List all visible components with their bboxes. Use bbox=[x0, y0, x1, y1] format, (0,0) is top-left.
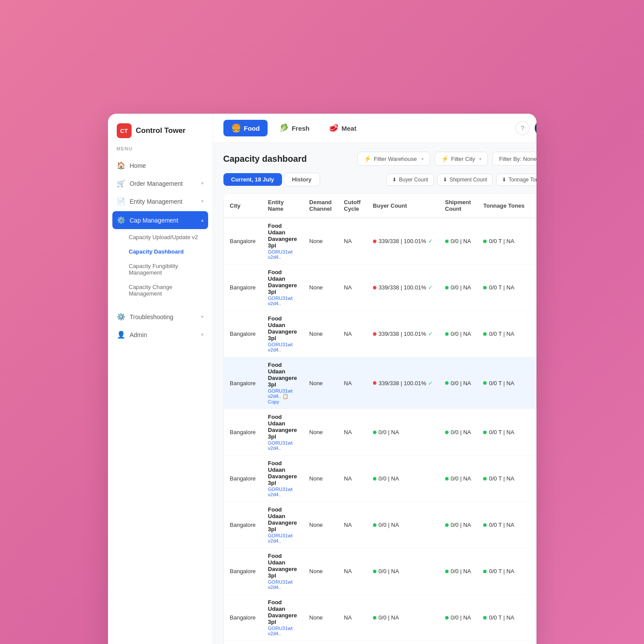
export-shipment-label: Shipment Count bbox=[449, 177, 487, 183]
dashboard-area: Capacity dashboard ⚡ Filter Warehouse ▾ … bbox=[213, 143, 536, 644]
table-row: Bangalore Food Udaan Davangere 3pl GORU3… bbox=[224, 218, 536, 265]
check-icon: ✓ bbox=[428, 380, 433, 386]
filter-controls: ⚡ Filter Warehouse ▾ ⚡ Filter City ▾ Fil… bbox=[357, 152, 536, 166]
table-header-row: City Entity Name Demand Channel Cutoff C… bbox=[224, 194, 536, 218]
cell-entity-name: Food Udaan Davangere 3pl GORU31wt v2d4.. bbox=[262, 218, 303, 265]
tab-fresh[interactable]: 🥬 Fresh bbox=[271, 120, 317, 136]
buyer-count-value: 339/338 | 100.01% bbox=[379, 284, 426, 291]
tonnage-value: 0/0 T | NA bbox=[489, 380, 514, 386]
export-shipment-count[interactable]: ⬇ Shipment Count bbox=[437, 174, 493, 186]
main-nav: 🏠 Home 🛒 Order Management ▾ 📄 Entity Man… bbox=[108, 157, 212, 301]
tonnage-status-dot bbox=[483, 477, 487, 480]
copy-button[interactable]: 📋Copy bbox=[268, 393, 289, 404]
export-tonnage-tones[interactable]: ⬇ Tonnage Tones bbox=[496, 174, 536, 186]
cell-tonnage: 0/0 T | NA bbox=[477, 595, 536, 641]
tonnage-value: 0/0 T | NA bbox=[489, 614, 514, 621]
tonnage-value: 0/0 T | NA bbox=[489, 522, 514, 528]
cap-icon: ⚙️ bbox=[117, 216, 125, 224]
cell-demand-channel: None bbox=[303, 456, 338, 502]
cell-tonnage: 0/0 T | NA bbox=[477, 357, 536, 409]
col-entity-name: Entity Name bbox=[262, 194, 303, 218]
help-button[interactable]: ? bbox=[515, 121, 529, 135]
sidebar-item-troubleshooting[interactable]: ⚙️ Troubleshooting ▾ bbox=[108, 308, 212, 326]
dashboard-title: Capacity dashboard bbox=[223, 154, 307, 164]
tonnage-value: 0/0 T | NA bbox=[489, 429, 514, 435]
chevron-up-icon: ▴ bbox=[201, 217, 204, 223]
chevron-down-icon: ▾ bbox=[201, 198, 204, 204]
user-avatar[interactable]: AT bbox=[535, 121, 536, 136]
export-buyer-label: Buyer Count bbox=[399, 177, 428, 183]
cell-city: Bangalore bbox=[224, 595, 262, 641]
tonnage-value: 0/0 T | NA bbox=[489, 331, 514, 337]
cell-shipment-count: 0/0 | NA bbox=[439, 595, 477, 641]
sidebar-item-entity-management[interactable]: 📄 Entity Management ▾ bbox=[108, 192, 212, 210]
tonnage-status-dot bbox=[483, 240, 487, 243]
cell-shipment-count: 0/0 | NA bbox=[439, 456, 477, 502]
filter-city-btn[interactable]: ⚡ Filter City ▾ bbox=[435, 152, 488, 166]
tonnage-status-dot bbox=[483, 523, 487, 527]
tab-meat[interactable]: 🥩 Meat bbox=[321, 120, 364, 136]
cell-cutoff-cycle: NA bbox=[338, 409, 367, 456]
export-buyer-count[interactable]: ⬇ Buyer Count bbox=[386, 174, 434, 186]
table-row: Bangalore Food Udaan Davangere 3pl GORU3… bbox=[224, 502, 536, 548]
sidebar-item-home[interactable]: 🏠 Home bbox=[108, 157, 212, 174]
cell-buyer-count: 0/0 | NA bbox=[367, 456, 439, 502]
buyer-status-dot bbox=[373, 381, 376, 385]
cell-city: Bangalore bbox=[224, 357, 262, 409]
cell-demand-channel: None bbox=[303, 641, 338, 644]
cell-shipment-count: 0/0 | NA bbox=[439, 409, 477, 456]
filter-city-icon: ⚡ bbox=[441, 155, 449, 162]
buyer-status-dot bbox=[373, 477, 376, 480]
menu-label: MENU bbox=[108, 143, 212, 157]
filter-by-btn[interactable]: Filter By: None ▾ bbox=[492, 152, 536, 166]
col-cutoff-cycle: Cutoff Cycle bbox=[338, 194, 367, 218]
shipment-status-dot bbox=[445, 616, 449, 620]
sub-item-capacity-fungibility[interactable]: Capacity Fungibility Management bbox=[108, 259, 212, 280]
cell-buyer-count: 0/0 | NA bbox=[367, 641, 439, 644]
cell-cutoff-cycle: NA bbox=[338, 502, 367, 548]
cell-entity-name: Food Udaan Davangere 3pl GORU31wt v2d4..… bbox=[262, 357, 303, 409]
cell-city: Bangalore bbox=[224, 311, 262, 357]
cell-tonnage: 0/0 T | NA bbox=[477, 548, 536, 595]
download-icon: ⬇ bbox=[392, 177, 397, 183]
cell-demand-channel: None bbox=[303, 409, 338, 456]
cell-demand-channel: None bbox=[303, 502, 338, 548]
sub-item-capacity-dashboard[interactable]: Capacity Dashboard bbox=[108, 244, 212, 259]
cell-shipment-count: 0/0 | NA bbox=[439, 311, 477, 357]
cell-shipment-count: 0/0 | NA bbox=[439, 218, 477, 265]
sidebar-item-cap-management[interactable]: ⚙️ Cap Management ▴ bbox=[112, 211, 208, 229]
tab-history[interactable]: History bbox=[284, 173, 320, 186]
col-demand-channel: Demand Channel bbox=[303, 194, 338, 218]
table-row: Bangalore Food Udaan Davangere 3pl GORU3… bbox=[224, 311, 536, 357]
tab-current[interactable]: Current, 18 July bbox=[223, 173, 282, 186]
export-tonnage-label: Tonnage Tones bbox=[508, 177, 536, 183]
sub-item-capacity-change[interactable]: Capacity Change Management bbox=[108, 280, 212, 301]
sidebar-item-label: Entity Management bbox=[130, 198, 183, 205]
chevron-down-icon: ▾ bbox=[201, 314, 204, 320]
cell-buyer-count: 339/338 | 100.01% ✓ bbox=[367, 357, 439, 409]
cell-cutoff-cycle: NA bbox=[338, 265, 367, 311]
sidebar-item-admin[interactable]: 👤 Admin ▾ bbox=[108, 326, 212, 344]
cell-city: Bangalore bbox=[224, 218, 262, 265]
cell-entity-name: Food Udaan Davangere 3pl GORU31wt v2d4.. bbox=[262, 311, 303, 357]
shipment-count-value: 0/0 | NA bbox=[451, 568, 471, 574]
cell-demand-channel: None bbox=[303, 218, 338, 265]
cell-tonnage: 0/0 T | NA bbox=[477, 641, 536, 644]
filter-warehouse-btn[interactable]: ⚡ Filter Warehouse ▾ bbox=[357, 152, 430, 166]
cell-cutoff-cycle: NA bbox=[338, 311, 367, 357]
troubleshooting-icon: ⚙️ bbox=[117, 313, 125, 321]
data-table-container: City Entity Name Demand Channel Cutoff C… bbox=[223, 193, 536, 644]
cell-cutoff-cycle: NA bbox=[338, 595, 367, 641]
tonnage-value: 0/0 T | NA bbox=[489, 238, 514, 244]
sidebar-item-label: Troubleshooting bbox=[130, 313, 174, 320]
check-icon: ✓ bbox=[428, 238, 433, 244]
cell-demand-channel: None bbox=[303, 265, 338, 311]
sub-item-capacity-upload[interactable]: Capacity Upload/Update v2 bbox=[108, 230, 212, 244]
tab-food[interactable]: 🍔 Food bbox=[223, 120, 268, 136]
cell-shipment-count: 0/0 | NA bbox=[439, 548, 477, 595]
col-tonnage-tones: Tonnage Tones bbox=[477, 194, 536, 218]
sidebar: CT Control Tower MENU 🏠 Home 🛒 Order Man… bbox=[108, 114, 213, 644]
check-icon: ✓ bbox=[428, 284, 433, 291]
cell-city: Bangalore bbox=[224, 502, 262, 548]
sidebar-item-order-management[interactable]: 🛒 Order Management ▾ bbox=[108, 174, 212, 192]
